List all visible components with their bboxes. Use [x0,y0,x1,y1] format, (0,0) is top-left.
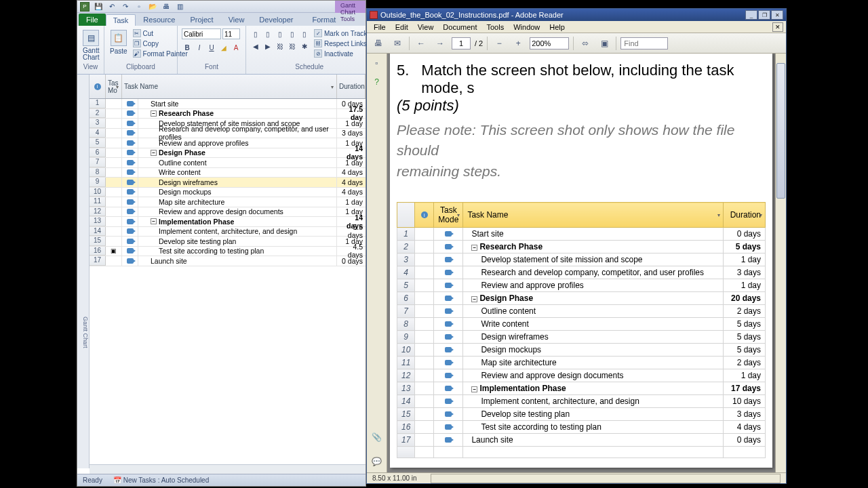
cell-duration[interactable]: 1 day [337,158,366,167]
col-info[interactable]: i [90,75,106,98]
cell-task-name[interactable]: Implement content, architecture, and des… [138,227,337,237]
print-icon[interactable]: 🖶 [161,2,171,12]
redo-icon[interactable]: ↷ [121,2,130,12]
zoom-select[interactable] [530,37,569,49]
restore-button[interactable]: ❐ [758,10,770,20]
cell-task-name[interactable]: Research and develop company, competitor… [138,129,337,138]
outline-toggle-icon[interactable]: − [151,150,157,156]
task-row[interactable]: 14Implement content, architecture, and d… [90,227,366,237]
cell-duration[interactable]: 4.5 days [337,247,366,256]
fit-width-button[interactable]: ⬄ [578,36,593,51]
task-row[interactable]: 9Design wireframes4 days [90,178,366,188]
row-number[interactable]: 14 [90,227,106,237]
tab-project[interactable]: Project [182,14,220,26]
pct0-button[interactable]: ▯ [250,28,261,39]
menu-edit[interactable]: Edit [391,22,412,32]
outline-toggle-icon[interactable]: − [151,218,157,224]
cell-task-name[interactable]: −Design Phase [138,148,337,158]
fill-color-button[interactable]: ◢ [218,42,229,53]
minimize-button[interactable]: _ [745,10,757,20]
menu-window[interactable]: Window [509,22,544,32]
prev-page-button[interactable]: ← [414,36,429,51]
menu-file[interactable]: File [370,22,390,32]
cell-duration[interactable]: 4 days [337,188,366,197]
menu-view[interactable]: View [414,22,438,32]
menu-tools[interactable]: Tools [483,22,509,32]
cell-duration[interactable]: 1 day [337,119,366,128]
attachments-panel-icon[interactable]: 📎 [370,430,384,444]
horizontal-scrollbar[interactable] [90,464,366,474]
cell-task-name[interactable]: Map site architecture [138,197,337,207]
menu-help[interactable]: Help [545,22,569,32]
link-button[interactable]: ⛓ [275,41,285,52]
inactivate-button[interactable]: ⊘Inactivate [313,49,368,58]
scroll-thumb[interactable] [776,63,785,199]
next-page-button[interactable]: → [433,36,448,51]
task-row[interactable]: 13−Implementation Phase14 days [90,217,366,227]
comments-panel-icon[interactable]: 💬 [370,455,384,468]
task-row[interactable]: 2−Research Phase17.5 day [90,109,366,119]
font-color-button[interactable]: A [231,42,241,53]
email-button[interactable]: ✉ [390,36,405,51]
task-row[interactable]: 5Review and approve profiles1 day [90,138,366,148]
cell-duration[interactable]: 1 day [337,197,366,207]
col-duration[interactable]: Duration [337,75,366,98]
row-number[interactable]: 15 [90,237,106,246]
bold-button[interactable]: B [182,42,193,53]
cell-duration[interactable]: 4 days [337,178,366,187]
tab-developer[interactable]: Developer [252,14,300,26]
underline-button[interactable]: U [206,42,217,53]
mdi-close-button[interactable]: ✕ [772,22,783,32]
cell-duration[interactable]: 14 days [337,148,366,158]
gantt-chart-button[interactable]: ▤ Gantt Chart [81,28,100,62]
row-number[interactable]: 11 [90,197,106,207]
cell-task-name[interactable]: Design mockups [138,188,337,197]
row-number[interactable]: 3 [90,119,106,128]
task-row[interactable]: 15Develop site testing plan1 day [90,237,366,247]
new-icon[interactable]: ▫ [134,2,144,12]
font-size-select[interactable] [222,28,240,39]
cell-task-name[interactable]: Review and approve profiles [138,138,337,148]
cell-task-name[interactable]: Review and approve design documents [138,207,337,217]
col-task-name[interactable]: Task Name▾ [122,75,337,98]
tab-view[interactable]: View [221,14,252,26]
close-button[interactable]: ✕ [771,10,783,20]
cell-task-name[interactable]: Write content [138,168,337,178]
task-row[interactable]: 16▣Test site according to testing plan4.… [90,247,366,257]
cell-duration[interactable]: 4 days [337,168,366,178]
pages-panel-icon[interactable]: ▫ [370,56,384,70]
row-number[interactable]: 17 [90,256,106,266]
signatures-panel-icon[interactable]: ? [370,75,384,89]
pct75-button[interactable]: ▯ [287,28,298,39]
row-number[interactable]: 8 [90,168,106,178]
tab-task[interactable]: Task [106,14,136,26]
row-number[interactable]: 4 [90,129,106,138]
undo-icon[interactable]: ↶ [107,2,117,12]
cell-task-name[interactable]: Design wireframes [138,178,337,187]
preview-icon[interactable]: ▥ [175,2,184,12]
task-row[interactable]: 17Launch site0 days [90,256,366,266]
print-button[interactable]: 🖶 [371,36,386,51]
indent-button[interactable]: ▶ [262,41,273,52]
row-number[interactable]: 2 [90,109,106,119]
vertical-scrollbar[interactable] [775,54,786,472]
horizontal-scrollbar[interactable] [431,474,781,483]
row-number[interactable]: 9 [90,178,106,187]
task-row[interactable]: 6−Design Phase14 days [90,148,366,159]
respect-links-button[interactable]: ⛓Respect Links [313,39,368,48]
cell-task-name[interactable]: Test site according to testing plan [138,247,337,256]
save-icon[interactable]: 💾 [94,2,103,12]
cell-duration[interactable]: 5.5 days [337,227,366,237]
cell-duration[interactable]: 17.5 day [337,109,366,119]
tab-resource[interactable]: Resource [136,14,182,26]
unlink-button[interactable]: ⛓ [287,41,298,52]
pct100-button[interactable]: ▯ [299,28,310,39]
task-row[interactable]: 8Write content4 days [90,168,366,178]
cell-task-name[interactable]: Outline content [138,158,337,167]
outline-toggle-icon[interactable]: − [151,110,157,117]
row-number[interactable]: 1 [90,99,106,108]
cell-duration[interactable]: 0 days [337,256,366,266]
task-row[interactable]: 12Review and approve design documents1 d… [90,207,366,218]
task-row[interactable]: 7Outline content1 day [90,158,366,168]
menu-document[interactable]: Document [439,22,481,32]
